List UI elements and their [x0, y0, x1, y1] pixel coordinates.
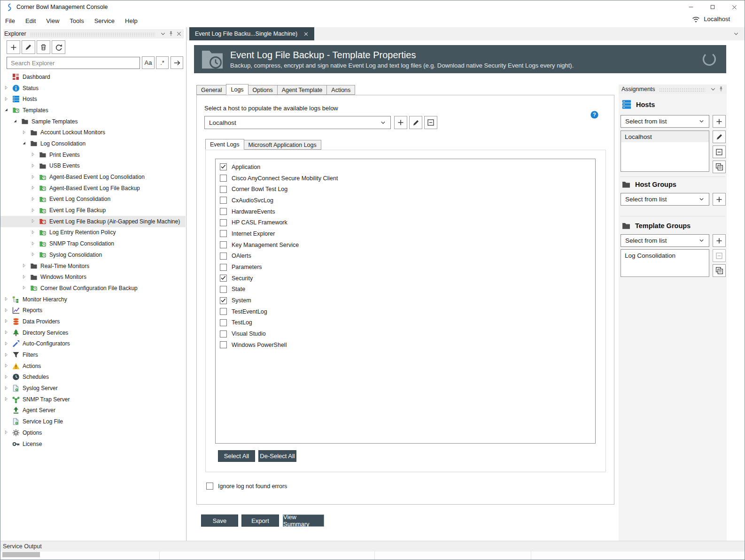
expander-collapsed-icon[interactable] [30, 251, 37, 259]
log-checkbox-cxaudiosvclog[interactable] [220, 197, 227, 204]
document-tab-close-icon[interactable] [303, 31, 309, 37]
tree-item-service-log-file[interactable]: Service Log File [0, 416, 186, 427]
close-panel-icon[interactable] [175, 30, 183, 38]
expander-collapsed-icon[interactable] [3, 384, 10, 392]
expander-collapsed-icon[interactable] [3, 396, 10, 403]
remove-host-assignment-button[interactable] [713, 146, 726, 158]
tree-item-agent-based-event-log-consolidation[interactable]: Agent-Based Event Log Consolidation [0, 171, 186, 183]
tree-item-snmp-trap-server[interactable]: SNMP Trap Server [0, 394, 186, 405]
help-icon[interactable]: ? [590, 111, 598, 119]
tree-item-reports[interactable]: Reports [0, 305, 186, 316]
export-button[interactable]: Export [241, 514, 279, 527]
tree-item-print-events[interactable]: Print Events [0, 149, 186, 161]
log-checkbox-key-management-service[interactable] [220, 241, 227, 248]
search-go-button[interactable] [171, 56, 183, 69]
tab-agent-template[interactable]: Agent Template [277, 85, 327, 95]
tree-item-license[interactable]: License [0, 438, 186, 450]
tree-item-syslog-server[interactable]: Syslog Server [0, 383, 186, 394]
tab-general[interactable]: General [196, 85, 226, 95]
log-tab-event-logs[interactable]: Event Logs [205, 139, 244, 150]
tab-actions[interactable]: Actions [326, 85, 355, 95]
log-checkbox-oalerts[interactable] [220, 253, 227, 260]
log-checkbox-state[interactable] [220, 286, 227, 293]
tree-item-actions[interactable]: Actions [0, 361, 186, 372]
log-checkbox-corner-bowl-test-log[interactable] [220, 186, 227, 193]
pin-icon[interactable] [717, 85, 725, 93]
log-checkbox-hp-casl-framework[interactable] [220, 219, 227, 226]
tree-item-filters[interactable]: Filters [0, 349, 186, 361]
service-output-bar[interactable]: Service Output [0, 541, 745, 552]
expander-collapsed-icon[interactable] [3, 340, 10, 347]
menu-view[interactable]: View [41, 14, 64, 27]
chevron-down-icon[interactable] [159, 30, 167, 38]
minimize-button[interactable] [680, 0, 702, 14]
expander-collapsed-icon[interactable] [21, 262, 28, 270]
menu-help[interactable]: Help [120, 14, 143, 27]
expander-collapsed-icon[interactable] [21, 129, 28, 136]
expander-collapsed-icon[interactable] [30, 195, 37, 203]
maximize-button[interactable] [702, 0, 723, 14]
pin-icon[interactable] [167, 30, 175, 38]
expander-collapsed-icon[interactable] [30, 173, 37, 181]
expander-collapsed-icon[interactable] [30, 229, 37, 236]
expander-collapsed-icon[interactable] [3, 362, 10, 370]
expander-collapsed-icon[interactable] [30, 151, 37, 159]
menu-file[interactable]: File [0, 14, 20, 27]
search-input[interactable] [7, 57, 140, 69]
add-template-group-button[interactable] [713, 234, 726, 247]
tree-item-log-entry-retention-policy[interactable]: Log Entry Retention Policy [0, 227, 186, 238]
tab-list-chevron-icon[interactable] [733, 31, 739, 37]
copy-template-group-button[interactable] [713, 264, 726, 277]
expander-collapsed-icon[interactable] [3, 84, 10, 92]
expander-collapsed-icon[interactable] [21, 284, 28, 292]
expander-collapsed-icon[interactable] [30, 207, 37, 214]
expander-expanded-icon[interactable] [12, 118, 19, 125]
expander-collapsed-icon[interactable] [30, 240, 37, 247]
log-checkbox-internet-explorer[interactable] [220, 230, 227, 237]
tree-item-data-providers[interactable]: Data Providers [0, 316, 186, 327]
menu-service[interactable]: Service [89, 14, 120, 27]
delete-button[interactable] [37, 40, 50, 54]
tree-item-account-lockout-monitors[interactable]: Account Lockout Monitors [0, 127, 186, 138]
match-case-button[interactable]: Aa [142, 56, 155, 69]
expander-collapsed-icon[interactable] [30, 218, 37, 225]
tree-item-windows-monitors[interactable]: Windows Monitors [0, 271, 186, 283]
copy-host-assignment-button[interactable] [713, 161, 726, 173]
host-groups-dropdown[interactable]: Select from list [621, 193, 709, 206]
tree-item-templates[interactable]: Templates [0, 105, 186, 116]
assigned-host-localhost[interactable]: Localhost [621, 131, 709, 142]
log-checkbox-windows-powershell[interactable] [220, 341, 227, 348]
expander-collapsed-icon[interactable] [3, 429, 10, 437]
expander-collapsed-icon[interactable] [30, 162, 37, 169]
expander-expanded-icon[interactable] [3, 107, 10, 114]
edit-button[interactable] [22, 40, 35, 54]
add-host-assignment-button[interactable] [713, 115, 726, 128]
remove-template-group-button[interactable] [713, 249, 726, 262]
ignore-errors-checkbox[interactable] [206, 483, 213, 490]
select-all-button[interactable]: Select All [218, 450, 255, 462]
remove-host-button[interactable] [424, 116, 437, 129]
expander-collapsed-icon[interactable] [30, 184, 37, 192]
tab-logs[interactable]: Logs [226, 84, 248, 95]
collapsed-panel-grip[interactable] [2, 552, 40, 557]
log-checkbox-security[interactable] [220, 275, 227, 282]
tree-item-agent-based-event-log-file-backup[interactable]: Agent-Based Event Log File Backup [0, 183, 186, 194]
log-checkbox-application[interactable] [220, 163, 227, 170]
chevron-down-icon[interactable] [709, 85, 717, 93]
expander-collapsed-icon[interactable] [3, 307, 10, 314]
tree-item-sample-templates[interactable]: Sample Templates [0, 116, 186, 127]
menu-tools[interactable]: Tools [64, 14, 89, 27]
tree-item-monitor-hierarchy[interactable]: Monitor Hierarchy [0, 294, 186, 305]
edit-host-assignment-button[interactable] [713, 130, 726, 143]
tree-item-directory-services[interactable]: Directory Services [0, 327, 186, 338]
tree-item-auto-configurators[interactable]: Auto-Configurators [0, 338, 186, 350]
save-button[interactable]: Save [201, 514, 238, 527]
document-tab[interactable]: Event Log File Backu...Single Machine) [189, 27, 314, 40]
tab-options[interactable]: Options [248, 85, 278, 95]
tree-item-event-log-consolidation[interactable]: Event Log Consolidation [0, 194, 186, 205]
tree-item-status[interactable]: Status [0, 83, 186, 94]
log-checkbox-cisco-anyconnect-secure-mobility-client[interactable] [220, 175, 227, 182]
tree-item-agent-server[interactable]: Agent Server [0, 405, 186, 416]
close-window-button[interactable] [723, 0, 745, 14]
log-checkbox-hardwareevents[interactable] [220, 208, 227, 215]
